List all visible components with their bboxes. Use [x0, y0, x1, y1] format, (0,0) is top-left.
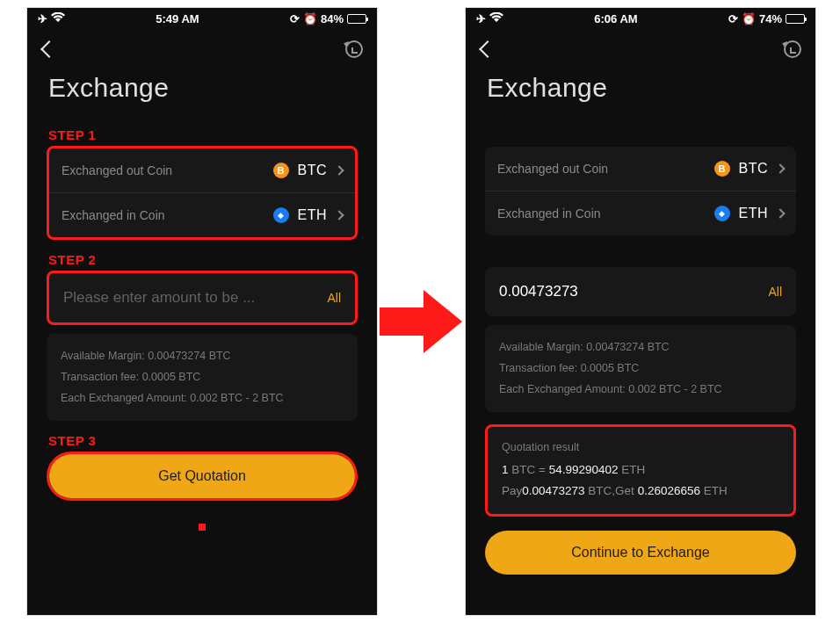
exchange-range: Each Exchanged Amount: 0.002 BTC - 2 BTC — [499, 380, 782, 401]
step1-label: STEP 1 — [48, 127, 358, 142]
battery-icon — [786, 14, 805, 24]
status-bar: ✈ 6:06 AM ⟳ ⏰ 74% — [466, 8, 815, 29]
status-time: 6:06 AM — [594, 12, 637, 25]
chevron-right-icon — [334, 165, 344, 175]
all-button[interactable]: All — [768, 285, 782, 299]
back-button[interactable] — [41, 40, 52, 58]
airplane-mode-icon: ✈ — [476, 13, 486, 25]
nav-bar — [466, 29, 815, 69]
exchange-in-label: Exchanged in Coin — [62, 208, 165, 222]
wifi-icon — [51, 12, 65, 25]
chevron-right-icon — [775, 208, 785, 218]
step2-label: STEP 2 — [48, 252, 358, 267]
nav-bar — [27, 29, 377, 69]
btc-icon — [714, 161, 730, 177]
exchange-in-symbol: ETH — [739, 206, 769, 221]
exchange-out-row[interactable]: Exchanged out Coin BTC — [49, 148, 355, 192]
eth-icon — [273, 207, 289, 223]
sync-icon: ⟳ — [728, 13, 738, 25]
amount-input[interactable] — [63, 289, 327, 307]
coin-select-card: Exchanged out Coin BTC Exchanged in Coin… — [47, 146, 358, 240]
exchange-out-symbol: BTC — [298, 163, 328, 178]
wifi-icon — [489, 12, 503, 25]
alarm-icon: ⏰ — [742, 13, 756, 25]
exchange-in-row[interactable]: Exchanged in Coin ETH — [49, 192, 355, 237]
status-time: 5:49 AM — [156, 12, 199, 25]
page-title: Exchange — [466, 69, 815, 115]
exchange-out-symbol: BTC — [739, 161, 769, 177]
exchange-out-label: Exchanged out Coin — [497, 162, 608, 176]
history-icon[interactable] — [784, 40, 801, 58]
sync-icon: ⟳ — [290, 13, 300, 25]
coin-select-card: Exchanged out Coin BTC Exchanged in Coin… — [485, 147, 796, 235]
chevron-right-icon — [775, 163, 785, 173]
alarm-icon: ⏰ — [303, 13, 317, 25]
amount-input[interactable] — [499, 283, 768, 300]
quotation-rate: 1 BTC = 54.99290402 ETH — [502, 459, 779, 481]
quotation-result-card: Quotation result 1 BTC = 54.99290402 ETH… — [485, 424, 796, 517]
available-margin: Available Margin: 0.00473274 BTC — [61, 346, 344, 367]
transaction-fee: Transaction fee: 0.0005 BTC — [499, 358, 782, 380]
exchange-in-label: Exchanged in Coin — [497, 206, 601, 221]
page-title: Exchange — [27, 69, 377, 115]
back-button[interactable] — [480, 40, 490, 58]
exchange-out-label: Exchanged out Coin — [62, 163, 172, 177]
info-card: Available Margin: 0.00473274 BTC Transac… — [47, 334, 358, 421]
eth-icon — [714, 206, 730, 221]
airplane-mode-icon: ✈ — [38, 13, 47, 25]
transaction-fee: Transaction fee: 0.0005 BTC — [61, 367, 344, 388]
exchange-in-symbol: ETH — [298, 207, 328, 223]
status-bar: ✈ 5:49 AM ⟳ ⏰ 84% — [27, 8, 377, 29]
battery-percent: 74% — [759, 12, 782, 25]
quotation-title: Quotation result — [502, 438, 779, 458]
info-card: Available Margin: 0.00473274 BTC Transac… — [485, 325, 796, 412]
btc-icon — [273, 163, 289, 178]
exchange-range: Each Exchanged Amount: 0.002 BTC - 2 BTC — [61, 388, 344, 409]
all-button[interactable]: All — [327, 291, 341, 305]
pagination-dot — [199, 524, 206, 531]
arrow-icon — [380, 290, 464, 353]
quotation-pay-get: Pay0.00473273 BTC,Get 0.26026656 ETH — [502, 481, 779, 502]
step3-label: STEP 3 — [48, 433, 358, 448]
available-margin: Available Margin: 0.00473274 BTC — [499, 337, 782, 358]
get-quotation-button[interactable]: Get Quotation — [49, 454, 355, 498]
amount-card: All — [485, 267, 796, 316]
phone-screenshot-before: ✈ 5:49 AM ⟳ ⏰ 84% Exchange STEP 1 Exchan… — [26, 7, 378, 616]
exchange-in-row[interactable]: Exchanged in Coin ETH — [485, 191, 796, 235]
battery-percent: 84% — [321, 12, 344, 25]
exchange-out-row[interactable]: Exchanged out Coin BTC — [485, 147, 796, 191]
chevron-right-icon — [334, 210, 344, 220]
amount-card: All — [47, 271, 358, 325]
history-icon[interactable] — [345, 40, 363, 58]
battery-icon — [347, 14, 366, 24]
phone-screenshot-after: ✈ 6:06 AM ⟳ ⏰ 74% Exchange Exchanged out… — [465, 7, 816, 616]
continue-to-exchange-button[interactable]: Continue to Exchange — [485, 531, 796, 575]
